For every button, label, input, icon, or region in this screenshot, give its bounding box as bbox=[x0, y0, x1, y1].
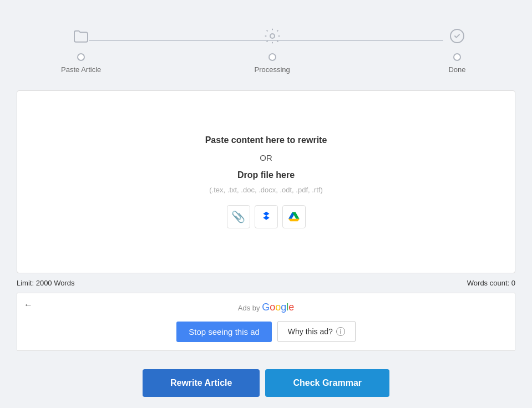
bottom-buttons: Rewrite Article Check Grammar bbox=[0, 358, 532, 408]
why-this-ad-button[interactable]: Why this ad? i bbox=[277, 321, 356, 342]
folder-icon bbox=[67, 22, 95, 50]
ads-by-label: Ads by bbox=[238, 304, 262, 312]
google-label: Google bbox=[262, 302, 294, 313]
svg-point-0 bbox=[270, 34, 275, 38]
drop-title: Drop file here bbox=[237, 170, 295, 180]
ads-by-google: Ads by Google bbox=[26, 302, 506, 313]
step-processing: Processing bbox=[254, 22, 290, 74]
step-done: Done bbox=[443, 22, 471, 74]
why-label: Why this ad? bbox=[288, 327, 333, 336]
ad-back-button[interactable]: ← bbox=[24, 300, 33, 310]
or-text: OR bbox=[260, 153, 272, 162]
dropbox-button[interactable] bbox=[255, 205, 278, 228]
main-container: Paste Article Processing Done bbox=[0, 0, 532, 293]
step-circle-2 bbox=[268, 53, 276, 61]
word-count-bar: Limit: 2000 Words Words count: 0 bbox=[17, 273, 515, 293]
google-drive-button[interactable] bbox=[282, 205, 306, 228]
word-count: Words count: 0 bbox=[467, 279, 515, 287]
ad-actions: Stop seeing this ad Why this ad? i bbox=[26, 321, 506, 342]
word-limit: Limit: 2000 Words bbox=[17, 279, 75, 287]
attach-file-button[interactable]: 📎 bbox=[227, 205, 250, 228]
step-label-processing: Processing bbox=[254, 65, 290, 74]
check-grammar-button[interactable]: Check Grammar bbox=[265, 369, 389, 397]
upload-icon-buttons: 📎 bbox=[227, 205, 306, 228]
check-circle-icon bbox=[443, 22, 471, 50]
paste-prompt: Paste content here to rewrite bbox=[205, 135, 327, 145]
gear-icon bbox=[259, 22, 286, 50]
ad-container: ← Ads by Google Stop seeing this ad Why … bbox=[17, 293, 515, 351]
info-icon: i bbox=[336, 327, 345, 336]
step-paste-article: Paste Article bbox=[61, 22, 101, 74]
file-types: (.tex, .txt, .doc, .docx, .odt, .pdf, .r… bbox=[209, 186, 322, 194]
stepper: Paste Article Processing Done bbox=[17, 17, 515, 79]
step-circle-1 bbox=[77, 53, 85, 61]
step-circle-3 bbox=[453, 53, 461, 61]
step-label-done: Done bbox=[448, 65, 465, 74]
rewrite-article-button[interactable]: Rewrite Article bbox=[143, 369, 260, 397]
stop-seeing-button[interactable]: Stop seeing this ad bbox=[176, 322, 272, 342]
step-label-paste: Paste Article bbox=[61, 65, 101, 74]
content-drop-area[interactable]: Paste content here to rewrite OR Drop fi… bbox=[17, 90, 515, 273]
